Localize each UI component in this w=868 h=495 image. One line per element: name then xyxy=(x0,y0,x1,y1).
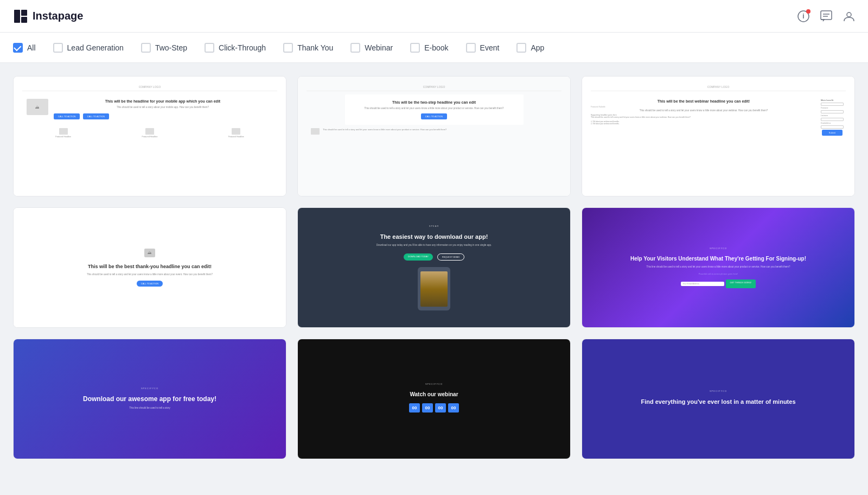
preview-thankyou-headline: This will be the best thank-you headline… xyxy=(88,264,212,270)
preview-form-field-1 xyxy=(821,103,844,106)
preview-webinar-form: Main benefit Firstname Lastname Emailadd… xyxy=(819,97,846,140)
preview-webinar-left: This will be the best webinar headline y… xyxy=(591,97,816,125)
checkbox-lead-generation[interactable] xyxy=(53,43,63,53)
template-preview-thank-you: This will be the best thank-you headline… xyxy=(14,208,286,327)
filter-all[interactable]: All xyxy=(13,43,36,53)
template-preview-two-step: COMPANY LOGO This will be the two-step h… xyxy=(298,77,570,196)
template-card-thank-you[interactable]: This will be the best thank-you headline… xyxy=(13,207,286,328)
header-right: i xyxy=(797,10,855,22)
preview-form-field-2 xyxy=(821,110,844,113)
filter-two-step[interactable]: Two-Step xyxy=(141,43,187,53)
filter-app-label: App xyxy=(531,43,544,52)
filter-ebook[interactable]: E-book xyxy=(410,43,448,53)
preview-spear-brand: SPEAR xyxy=(429,225,439,227)
preview-specifyco-app-sub: This line should be used to tell a story xyxy=(129,407,170,410)
template-preview-spear-app: SPEAR The easiest way to download our ap… xyxy=(298,208,570,327)
preview-email-input: Your Email Address xyxy=(681,282,724,286)
preview-specifyco-input-row: Your Email Address GET THINGS GOING! xyxy=(681,280,756,288)
preview-spear-btns: DOWNLOAD TODAY REQUEST DEMO xyxy=(403,251,465,263)
template-card-specifyco-app[interactable]: SPECIFYCO Download our awesome app for f… xyxy=(13,339,286,459)
preview-form-submit: Submit xyxy=(822,130,843,136)
preview-phone-screen xyxy=(420,271,448,307)
template-preview-specifyco-search: SPECIFYCO Find everything you've ever lo… xyxy=(582,339,854,459)
header: Instapage i xyxy=(0,0,868,33)
preview-two-step-body: This will be the two-step headline you c… xyxy=(345,94,524,125)
chat-icon xyxy=(820,10,832,22)
template-preview-webinar: COMPANY LOGO This will be the best webin… xyxy=(582,77,854,196)
filter-click-through[interactable]: Click-Through xyxy=(205,43,266,53)
preview-webinar-headline: This will be the best webinar headline y… xyxy=(591,99,816,104)
template-card-webinar[interactable]: COMPANY LOGO This will be the best webin… xyxy=(582,76,855,196)
filter-ebook-label: E-book xyxy=(424,43,448,52)
checkbox-event[interactable] xyxy=(466,43,476,53)
logo[interactable]: Instapage xyxy=(13,9,83,24)
filter-webinar-label: Webinar xyxy=(365,43,393,52)
checkbox-two-step[interactable] xyxy=(141,43,151,53)
preview-form-title: Main benefit xyxy=(821,99,844,101)
preview-specifyco-cta-label: Powerful call-to-action phrase goes here… xyxy=(699,272,738,275)
filter-event[interactable]: Event xyxy=(466,43,500,53)
user-button[interactable] xyxy=(843,10,855,22)
checkbox-webinar[interactable] xyxy=(350,43,360,53)
info-button[interactable]: i xyxy=(797,10,809,22)
template-card-specifyco-webinar[interactable]: SPECIFYCO Watch our webinar 00 00 00 00 xyxy=(297,339,571,459)
preview-webinar-checkbox-2: ☑ Tell about your webinar and benefits. xyxy=(591,123,816,125)
two-step-features: This should be used to tell a story and … xyxy=(307,125,561,138)
preview-form-label-1: Firstname xyxy=(821,107,844,109)
filter-thank-you[interactable]: Thank You xyxy=(283,43,333,53)
preview-headline: This will be the headline for your mobil… xyxy=(53,99,273,104)
preview-spear-headline: The easiest way to download our app! xyxy=(380,233,488,240)
svg-text:i: i xyxy=(802,12,804,20)
chat-button[interactable] xyxy=(820,10,832,22)
filter-lead-generation[interactable]: Lead Generation xyxy=(53,43,124,53)
filter-app[interactable]: App xyxy=(516,43,544,53)
preview-phone-mockup xyxy=(418,267,450,310)
preview-spear-btn1: DOWNLOAD TODAY xyxy=(404,253,433,261)
preview-sub: This should be used to tell a story abou… xyxy=(53,106,273,109)
template-preview-specifyco-webinar: SPECIFYCO Watch our webinar 00 00 00 00 xyxy=(298,339,570,459)
preview-thankyou-sub: This should be used to tell a story and … xyxy=(87,273,213,276)
preview-feature-3: Featured Headline xyxy=(228,128,244,138)
template-card-mobile-app[interactable]: COMPANY LOGO This will be the headline f… xyxy=(13,76,286,196)
svg-rect-1 xyxy=(21,10,27,16)
svg-point-8 xyxy=(847,12,851,17)
preview-webinar-support-sub: This should be used to tell a story and … xyxy=(591,116,816,118)
checkbox-app[interactable] xyxy=(516,43,526,53)
template-preview-mobile-app: COMPANY LOGO This will be the headline f… xyxy=(14,77,286,196)
logo-text: Instapage xyxy=(33,10,83,22)
checkbox-click-through[interactable] xyxy=(205,43,214,53)
preview-features: Featured Headline Featured Headline Feat… xyxy=(22,128,277,138)
preview-countdown: 00 00 00 00 xyxy=(409,403,459,412)
checkbox-ebook[interactable] xyxy=(410,43,420,53)
template-preview-specifyco-app: SPECIFYCO Download our awesome app for f… xyxy=(14,339,286,459)
template-card-specifyco-search[interactable]: SPECIFYCO Find everything you've ever lo… xyxy=(582,339,855,459)
preview-logo-bar-3: COMPANY LOGO xyxy=(591,85,846,91)
preview-specifyco-sub: This line should be used to tell a story… xyxy=(646,265,790,269)
preview-thankyou-btn: CALL TO ACTION xyxy=(137,281,163,287)
user-icon xyxy=(843,10,855,22)
preview-spear-sub: Download our app today and you'll be abl… xyxy=(376,244,492,247)
checkbox-all[interactable] xyxy=(13,43,23,53)
preview-webinar-content: This will be the best webinar headline y… xyxy=(591,94,846,140)
preview-specifyco-app-headline: Download our awesome app for free today! xyxy=(83,395,216,404)
preview-spear-btn2: REQUEST DEMO xyxy=(437,253,464,261)
preview-specifyco-brand: SPECIFYCO xyxy=(710,247,727,250)
preview-logo-bar: COMPANY LOGO xyxy=(22,85,277,91)
template-card-specifyco[interactable]: SPECIFYCO Help Your Visitors Understand … xyxy=(582,207,855,328)
preview-form-field-4 xyxy=(821,125,844,129)
logo-icon xyxy=(13,9,28,24)
preview-specifyco-search-brand: SPECIFYCO xyxy=(710,390,727,392)
preview-specifyco-search-headline: Find everything you've ever lost in a ma… xyxy=(641,398,795,405)
preview-btn-1: CALL TO ACTION xyxy=(54,113,80,119)
checkbox-thank-you[interactable] xyxy=(283,43,293,53)
preview-feature-1: Featured Headline xyxy=(55,128,71,138)
notification-dot xyxy=(806,9,810,14)
preview-webinar-sub: This should be used to tell a story and … xyxy=(591,109,816,112)
template-card-two-step[interactable]: COMPANY LOGO This will be the two-step h… xyxy=(297,76,571,196)
template-card-spear-app[interactable]: SPEAR The easiest way to download our ap… xyxy=(297,207,571,328)
preview-headline-2: This will be the two-step headline you c… xyxy=(350,100,518,105)
filter-webinar[interactable]: Webinar xyxy=(350,43,393,53)
filter-all-label: All xyxy=(27,43,36,52)
countdown-box-2: 00 xyxy=(435,403,446,412)
countdown-box-3: 00 xyxy=(448,403,459,412)
